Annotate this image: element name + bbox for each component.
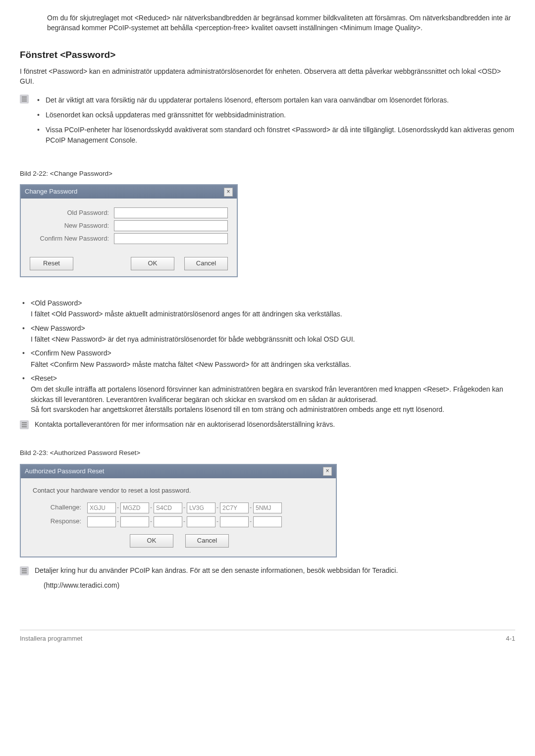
field-term: <Old Password> xyxy=(31,298,515,308)
challenge-seg[interactable] xyxy=(154,503,182,513)
details-note: Detaljer kring hur du använder PCoIP kan… xyxy=(20,565,515,596)
field-desc: Så fort svarskoden har angettskorret åte… xyxy=(31,404,515,414)
dash-icon: - xyxy=(215,517,220,526)
dash-icon: - xyxy=(182,517,187,526)
window-body: Contact your hardware vendor to reset a … xyxy=(21,478,336,556)
field-item: <New Password> I fältet <New Password> ä… xyxy=(20,323,515,345)
window-title-text: Change Password xyxy=(25,187,77,197)
challenge-seg[interactable] xyxy=(120,503,149,513)
challenge-seg[interactable] xyxy=(87,503,116,513)
warning-bullets: Det är viktigt att vara försiktig när du… xyxy=(35,94,515,150)
dash-icon: - xyxy=(249,517,253,526)
field-item: <Old Password> I fältet <Old Password> m… xyxy=(20,298,515,319)
response-seg[interactable] xyxy=(120,516,149,527)
change-password-window: Change Password × Old Password: New Pass… xyxy=(20,184,238,277)
warning-note: Det är viktigt att vara försiktig när du… xyxy=(20,94,515,150)
field-term: <Confirm New Password> xyxy=(31,348,515,358)
details-note-line1: Detaljer kring hur du använder PCoIP kan… xyxy=(35,565,398,575)
challenge-segments: - - - - - xyxy=(87,503,282,513)
dash-icon: - xyxy=(249,504,253,512)
footer-left: Installera programmet xyxy=(20,634,82,644)
close-button[interactable]: × xyxy=(224,188,233,197)
page-footer: Installera programmet 4-1 xyxy=(20,630,515,644)
field-desc: Om det skulle inträffa att portalens lös… xyxy=(31,384,515,404)
section-heading-password: Fönstret <Password> xyxy=(20,48,515,62)
figure2-caption: Bild 2-23: <Authorized Password Reset> xyxy=(20,448,515,458)
figure1-caption: Bild 2-22: <Change Password> xyxy=(20,169,515,179)
confirm-password-input[interactable] xyxy=(114,233,228,244)
window-titlebar: Change Password × xyxy=(21,185,237,199)
field-term: <Reset> xyxy=(31,373,515,383)
field-item: <Confirm New Password> Fältet <Confirm N… xyxy=(20,348,515,369)
window-body: Old Password: New Password: Confirm New … xyxy=(21,199,237,252)
old-password-input[interactable] xyxy=(114,207,228,218)
warning-bullet: Det är viktigt att vara försiktig när du… xyxy=(35,95,515,105)
warning-bullet: Vissa PCoIP-enheter har lösenordsskydd a… xyxy=(35,125,515,145)
authorized-password-reset-window: Authorized Password Reset × Contact your… xyxy=(20,464,337,557)
dash-icon: - xyxy=(116,517,120,526)
new-password-input[interactable] xyxy=(114,220,228,231)
footer-right: 4-1 xyxy=(506,634,515,644)
close-button[interactable]: × xyxy=(323,467,332,476)
old-password-label: Old Password: xyxy=(30,208,114,218)
field-desc: I fältet <New Password> är det nya admin… xyxy=(31,334,515,344)
field-item: <Reset> Om det skulle inträffa att porta… xyxy=(20,373,515,414)
dash-icon: - xyxy=(215,504,220,512)
contact-note: Kontakta portalleverantören för mer info… xyxy=(20,419,515,429)
note-icon xyxy=(20,420,29,429)
section-intro: I fönstret <Password> kan en administrat… xyxy=(20,66,515,87)
details-note-line2: (http://www.teradici.com) xyxy=(44,580,398,590)
ok-button[interactable]: OK xyxy=(130,534,173,548)
new-password-label: New Password: xyxy=(30,221,114,231)
dash-icon: - xyxy=(116,504,120,512)
cancel-button[interactable]: Cancel xyxy=(185,534,229,548)
reset-button[interactable]: Reset xyxy=(30,257,73,270)
response-label: Response: xyxy=(33,517,87,526)
response-seg[interactable] xyxy=(220,516,249,527)
cancel-button[interactable]: Cancel xyxy=(184,257,228,270)
response-segments: - - - - - xyxy=(87,516,282,527)
confirm-password-label: Confirm New Password: xyxy=(30,234,114,244)
challenge-seg[interactable] xyxy=(187,503,215,513)
dash-icon: - xyxy=(182,504,187,512)
response-seg[interactable] xyxy=(253,516,282,527)
challenge-label: Challenge: xyxy=(33,503,87,512)
field-term: <New Password> xyxy=(31,323,515,333)
field-desc: I fältet <Old Password> måste aktuellt a… xyxy=(31,309,515,319)
window-titlebar: Authorized Password Reset × xyxy=(21,465,336,478)
response-seg[interactable] xyxy=(87,516,116,527)
dash-icon: - xyxy=(149,504,154,512)
warning-bullet: Lösenordet kan också uppdateras med grän… xyxy=(35,110,515,120)
response-seg[interactable] xyxy=(187,516,215,527)
ok-button[interactable]: OK xyxy=(131,257,174,270)
note-icon xyxy=(20,95,29,103)
window-title-text: Authorized Password Reset xyxy=(25,467,104,476)
response-seg[interactable] xyxy=(154,516,182,527)
dash-icon: - xyxy=(149,517,154,526)
note-icon xyxy=(20,566,29,575)
contact-note-text: Kontakta portalleverantören för mer info… xyxy=(35,419,335,429)
apr-instruction: Contact your hardware vendor to reset a … xyxy=(33,486,326,496)
challenge-seg[interactable] xyxy=(253,503,282,513)
field-definition-list: <Old Password> I fältet <Old Password> m… xyxy=(20,298,515,414)
challenge-seg[interactable] xyxy=(220,503,249,513)
intro-paragraph: Om du för skjutreglaget mot <Reduced> nä… xyxy=(47,13,515,33)
field-desc: Fältet <Confirm New Password> måste matc… xyxy=(31,359,515,369)
